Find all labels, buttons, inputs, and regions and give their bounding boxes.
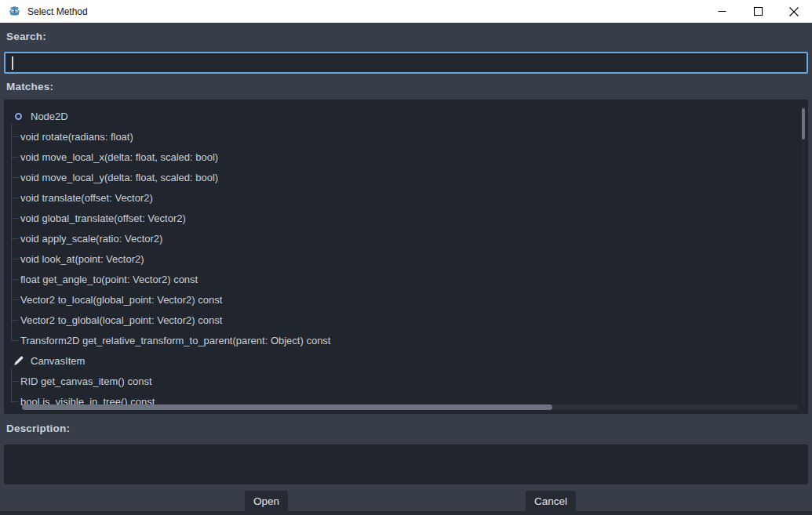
list-item[interactable]: void global_translate(offset: Vector2) [4,208,808,228]
description-label: Description: [6,423,70,434]
list-item-label: Transform2D get_relative_transform_to_pa… [20,335,330,346]
list-item-label: CanvasItem [31,355,85,367]
canvasitem-icon [13,355,24,366]
maximize-icon [754,7,763,16]
text-caret [12,56,13,70]
list-item[interactable]: void look_at(point: Vector2) [4,248,808,269]
cancel-button[interactable]: Cancel [526,491,576,511]
close-icon [789,7,799,16]
list-item[interactable]: void rotate(radians: float) [4,126,808,147]
list-item-label: void rotate(radians: float) [20,131,133,143]
list-item[interactable]: void move_local_y(delta: float, scaled: … [4,167,808,187]
select-method-dialog: Select Method Search: Matches: Node2Dvoi… [0,0,812,515]
list-item[interactable]: void apply_scale(ratio: Vector2) [4,228,808,248]
window-controls [704,0,812,23]
list-item[interactable]: void move_local_x(delta: float, scaled: … [4,147,808,167]
list-item-label: Vector2 to_global(local_point: Vector2) … [20,314,222,326]
close-button[interactable] [776,0,812,23]
list-item[interactable]: RID get_canvas_item() const [4,371,808,391]
tree-guide-line [11,368,12,401]
godot-icon [8,5,21,18]
window-title: Select Method [27,6,88,17]
horizontal-scrollbar[interactable] [22,404,799,410]
list-item-label: float get_angle_to(point: Vector2) const [20,274,198,285]
list-item-label: void global_translate(offset: Vector2) [20,212,186,224]
search-input[interactable] [4,52,808,74]
list-item-label: RID get_canvas_item() const [20,375,152,387]
list-item[interactable]: float get_angle_to(point: Vector2) const [4,269,808,289]
node2d-icon [13,111,24,121]
description-panel [4,444,808,484]
list-item-label: void move_local_y(delta: float, scaled: … [20,172,218,183]
open-button[interactable]: Open [245,491,288,511]
vertical-scrollbar-thumb[interactable] [802,108,805,140]
horizontal-scrollbar-thumb[interactable] [22,404,552,410]
list-item-label: void move_local_x(delta: float, scaled: … [20,151,218,163]
list-item[interactable]: Vector2 to_global(local_point: Vector2) … [4,310,808,330]
list-item-label: Node2D [31,111,68,122]
list-item-label: void translate(offset: Vector2) [20,192,153,204]
list-item[interactable]: void translate(offset: Vector2) [4,187,808,208]
vertical-scrollbar[interactable] [802,106,805,408]
list-item[interactable]: Transform2D get_relative_transform_to_pa… [4,330,808,350]
minimize-button[interactable] [704,0,740,23]
list-item-label: void look_at(point: Vector2) [20,253,144,265]
bottom-edge [0,511,812,515]
list-item[interactable]: Node2D [4,106,808,126]
titlebar: Select Method [0,0,812,23]
list-item-label: void apply_scale(ratio: Vector2) [20,233,162,245]
method-list-rows: Node2Dvoid rotate(radians: float)void mo… [4,106,808,412]
search-label: Search: [6,31,46,42]
minimize-icon [718,7,726,16]
matches-label: Matches: [6,81,53,92]
list-item-label: Vector2 to_local(global_point: Vector2) … [20,294,222,306]
tree-guide-line [11,123,12,340]
list-item[interactable]: CanvasItem [4,350,808,371]
method-list: Node2Dvoid rotate(radians: float)void mo… [4,100,808,414]
list-item[interactable]: Vector2 to_local(global_point: Vector2) … [4,289,808,310]
maximize-button[interactable] [740,0,776,23]
